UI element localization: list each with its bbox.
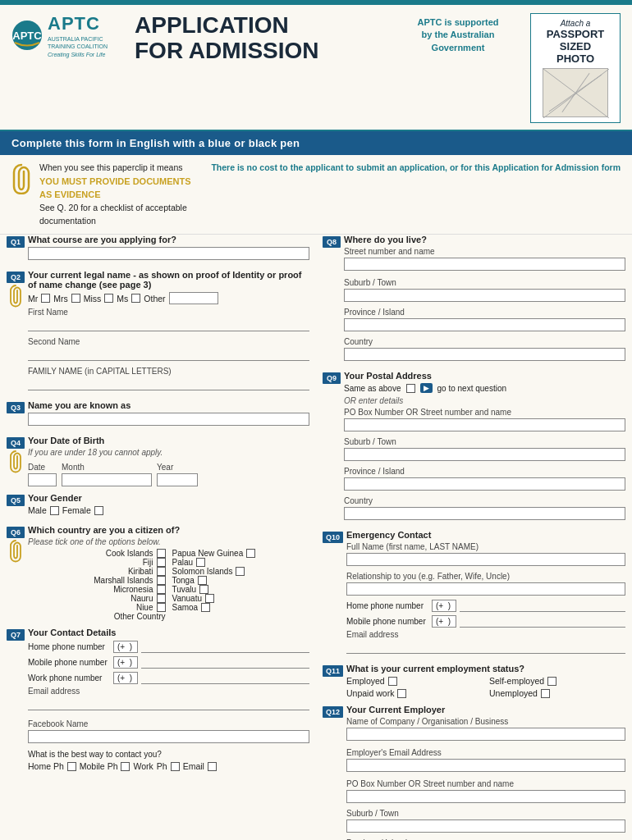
q12-employer-email-input[interactable]	[346, 759, 625, 772]
q4-sublabel: If you are under 18 you cannot apply.	[28, 448, 309, 457]
q6-niue-checkbox[interactable]	[157, 603, 166, 612]
q12-po-input[interactable]	[346, 790, 625, 803]
q6-nauru-checkbox[interactable]	[157, 594, 166, 603]
q9-po-input[interactable]	[344, 418, 625, 431]
q2-content: Your current legal name - as shown on pr…	[28, 270, 309, 394]
q9-suburb-label: Suburb / Town	[344, 437, 625, 446]
q6-solomon-checkbox[interactable]	[236, 567, 245, 576]
q8-street-input[interactable]	[344, 258, 625, 271]
q8-province-input[interactable]	[344, 318, 625, 331]
q11-selfemployed-checkbox[interactable]	[547, 677, 556, 686]
q12-company-input[interactable]	[346, 728, 625, 741]
paperclip-icon	[11, 163, 31, 199]
q7-home-input[interactable]	[141, 640, 309, 653]
q6-country-solomon: Solomon Islands	[172, 567, 310, 576]
q4-year-input[interactable]	[157, 473, 198, 486]
q6-kiribati-checkbox[interactable]	[157, 567, 166, 576]
q9-suburb-input[interactable]	[344, 448, 625, 461]
q6-samoa-checkbox[interactable]	[201, 603, 210, 612]
q2-mrs-checkbox[interactable]	[71, 294, 80, 303]
q7-mobileph-checkbox[interactable]	[121, 762, 130, 771]
q6-vanuatu-checkbox[interactable]	[205, 594, 214, 603]
q8-suburb-input[interactable]	[344, 289, 625, 302]
q6-samoa-label: Samoa	[172, 603, 199, 612]
q2-familyname-input[interactable]	[28, 377, 309, 390]
q6-country-marshall: Marshall Islands	[28, 576, 166, 585]
q7-work-input[interactable]	[141, 671, 309, 684]
q7-homeph-checkbox[interactable]	[67, 762, 76, 771]
q6-micronesia-checkbox[interactable]	[157, 585, 166, 594]
q5-male-checkbox[interactable]	[50, 506, 59, 515]
q2-label: Your current legal name - as shown on pr…	[28, 270, 309, 290]
q5-female-checkbox[interactable]	[94, 506, 103, 515]
q6-country-tuvalu: Tuvalu	[172, 585, 310, 594]
q2-firstname-input[interactable]	[28, 318, 309, 331]
q12-content: Your Current Employer Name of Company / …	[346, 705, 625, 840]
q7-email-input[interactable]	[28, 697, 309, 710]
notice-highlight: YOU MUST PROVIDE DOCUMENTS AS EVIDENCE	[39, 175, 203, 202]
svg-text:APTC: APTC	[12, 30, 42, 42]
q11-unemployed: Unemployed	[489, 688, 625, 698]
q12-company-label: Name of Company / Organisation / Busines…	[346, 717, 625, 726]
q10-home-input[interactable]	[460, 599, 625, 612]
q9-province-input[interactable]	[344, 477, 625, 491]
q2-secondname-input[interactable]	[28, 348, 309, 361]
app-title-text: APPLICATIONFOR ADMISSION	[135, 13, 384, 64]
q9-arrow: ▶	[420, 383, 433, 393]
q7-facebook-label: Facebook Name	[28, 719, 309, 728]
q7-workph-checkbox[interactable]	[171, 762, 180, 771]
q7-email-label: Email address	[28, 687, 309, 696]
q6-country-micronesia: Micronesia	[28, 585, 166, 594]
q12-block: Q12 Your Current Employer Name of Compan…	[323, 705, 625, 840]
q6-tuvalu-checkbox[interactable]	[199, 585, 208, 594]
q4-date-input[interactable]	[28, 473, 57, 486]
q10-home-phone: Home phone number (+ )	[346, 599, 625, 612]
q7-work-phone: Work phone number (+ )	[28, 671, 309, 684]
q2-mr-checkbox[interactable]	[41, 294, 50, 303]
q6-country-kiribati: Kiribati	[28, 567, 166, 576]
q8-country-input[interactable]	[344, 348, 625, 361]
q1-content: What course are you applying for?	[28, 235, 309, 263]
q5-block: Q5 Your Gender Male Female	[7, 493, 309, 518]
q6-tonga-checkbox[interactable]	[198, 576, 207, 585]
q10-relationship-input[interactable]	[346, 582, 625, 596]
q4-month-input[interactable]	[62, 473, 152, 486]
q2-other-input[interactable]	[169, 292, 218, 304]
q6-marshall-checkbox[interactable]	[157, 576, 166, 585]
q10-home-prefix: (+ )	[432, 600, 456, 612]
q6-country-vanuatu: Vanuatu	[172, 594, 310, 603]
q6-cook-islands-checkbox[interactable]	[157, 549, 166, 558]
q7-mobile-input[interactable]	[141, 655, 309, 669]
q6-cook-islands-label: Cook Islands	[106, 549, 153, 558]
q10-fullname-input[interactable]	[346, 553, 625, 566]
q7-email-checkbox[interactable]	[208, 762, 217, 771]
q6-label: Which country are you a citizen of?	[28, 525, 309, 535]
q6-fiji-checkbox[interactable]	[157, 558, 166, 567]
q11-unemployed-checkbox[interactable]	[541, 689, 550, 698]
q2-ms-checkbox[interactable]	[131, 294, 140, 303]
q6-marshall-label: Marshall Islands	[94, 576, 153, 585]
q11-employed-label: Employed	[346, 676, 385, 686]
q10-email-input[interactable]	[346, 641, 625, 654]
q6-kiribati-label: Kiribati	[128, 567, 153, 576]
q11-unpaidwork-checkbox[interactable]	[397, 689, 406, 698]
q7-facebook-input[interactable]	[28, 730, 309, 743]
q11-employed-checkbox[interactable]	[388, 677, 397, 686]
q7-home-prefix: (+ )	[113, 641, 138, 653]
q9-po-label: PO Box Number OR Street number and name	[344, 408, 625, 417]
q6-palau-label: Palau	[172, 558, 194, 567]
q1-input[interactable]	[28, 247, 309, 260]
q3-input[interactable]	[28, 413, 309, 426]
q2-miss-checkbox[interactable]	[104, 294, 113, 303]
q6-png-checkbox[interactable]	[246, 549, 255, 558]
q7-mobile-phone: Mobile phone number (+ )	[28, 655, 309, 669]
q10-mobile-phone: Mobile phone number (+ )	[346, 614, 625, 628]
q7-work-prefix: (+ )	[113, 672, 138, 684]
q8-block: Q8 Where do you live? Street number and …	[323, 235, 625, 364]
q6-palau-checkbox[interactable]	[196, 558, 205, 567]
q12-suburb-input[interactable]	[346, 819, 625, 833]
q10-mobile-input[interactable]	[460, 614, 625, 628]
q8-content: Where do you live? Street number and nam…	[344, 235, 625, 364]
q9-same-checkbox[interactable]	[406, 384, 415, 393]
q9-country-input[interactable]	[344, 507, 625, 520]
